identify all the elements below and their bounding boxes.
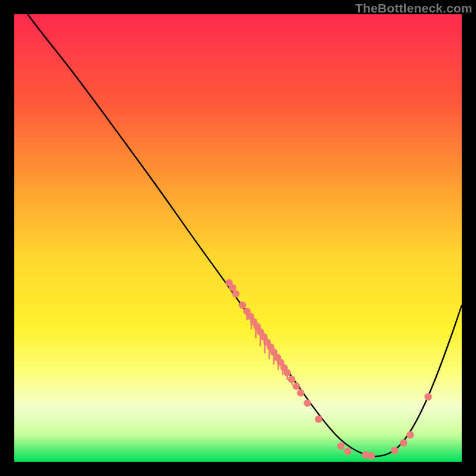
data-point [284,369,291,376]
chart-svg [14,14,462,462]
data-point [337,442,345,449]
data-point [232,290,239,298]
watermark-label: TheBottleneck.com [355,1,472,15]
chart-container [14,14,462,462]
data-point [400,439,407,446]
data-point [344,448,351,455]
data-point [315,415,322,422]
data-point [229,284,236,291]
gradient-background [14,14,462,462]
data-point [391,447,398,454]
data-point [239,302,246,309]
data-point [303,399,311,406]
data-point [424,393,431,400]
data-point [297,389,304,396]
data-point [288,375,295,383]
data-point [293,383,300,390]
data-point [406,431,414,439]
data-point [368,452,375,459]
